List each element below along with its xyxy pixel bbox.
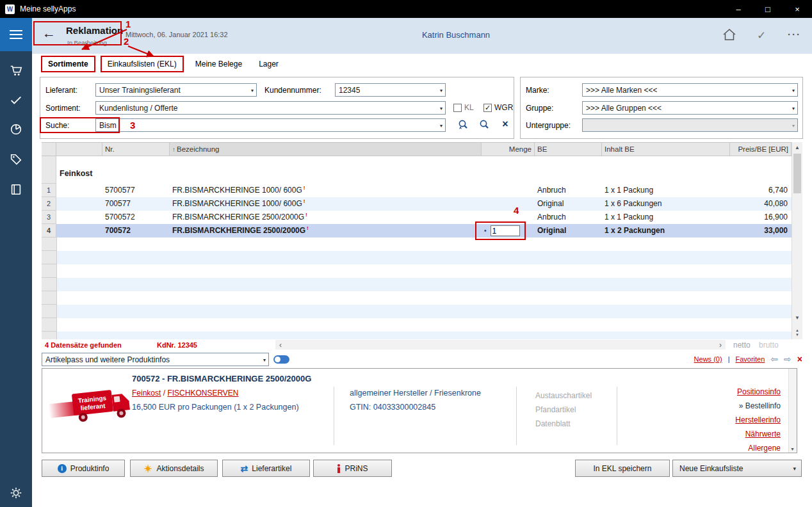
productinfo-select[interactable]: Artikelpass und weitere Produktinfos ▾ <box>42 353 269 366</box>
back-button[interactable]: ← <box>42 26 56 41</box>
category-separator: / <box>161 389 167 398</box>
kundennummer-select[interactable]: 12345 ▾ <box>335 83 446 97</box>
checkbox-unchecked-icon <box>453 104 462 112</box>
col-be[interactable]: BE <box>535 143 602 156</box>
sidebar-item-cart[interactable] <box>0 60 32 81</box>
close-panel-icon[interactable]: × <box>797 354 802 364</box>
article-flag-icon: ! <box>307 225 309 231</box>
col-bezeichnung[interactable]: ↑Bezeichnung <box>170 143 482 156</box>
marke-select[interactable]: >>> Alle Marken <<< ▾ <box>582 83 798 97</box>
col-nr[interactable]: Nr. <box>102 143 170 156</box>
scrollbar-thumb[interactable] <box>793 154 801 193</box>
gruppe-select[interactable]: >>> Alle Gruppen <<< ▾ <box>582 101 798 115</box>
cell-inhalt: 1 x 6 Packungen <box>602 197 730 211</box>
category-link[interactable]: Feinkost <box>132 389 161 398</box>
records-found: 4 Datensätze gefunden <box>45 341 122 349</box>
cell-inhalt: 1 x 2 Packungen <box>602 224 730 237</box>
marke-value: >>> Alle Marken <<< <box>583 86 657 95</box>
cell-inhalt: 1 x 1 Packung <box>602 184 730 197</box>
gtin: GTIN: 04033300002845 <box>350 403 481 412</box>
lieferartikel-label: Lieferartikel <box>252 464 291 473</box>
nav-prev-icon[interactable]: ⇦ <box>770 354 778 364</box>
search-results-icon[interactable] <box>457 118 469 131</box>
product-scrollbar[interactable]: ▼ <box>788 369 797 453</box>
herstellerinfo-link[interactable]: Herstellerinfo <box>735 413 781 427</box>
menge-input[interactable] <box>491 225 520 236</box>
neue-einkaufsliste-button[interactable]: Neue Einkaufsliste ▾ <box>672 460 802 477</box>
nav-next-icon[interactable]: ⇨ <box>784 354 792 364</box>
bestellinfo-link[interactable]: » Bestellinfo <box>735 399 781 413</box>
prins-label: PRiNS <box>345 464 368 473</box>
tab-sortimente[interactable]: Sortimente <box>41 56 95 72</box>
menu-button[interactable] <box>0 18 32 51</box>
home-icon[interactable] <box>722 28 736 43</box>
favoriten-link[interactable]: Favoriten <box>735 355 765 363</box>
news-link[interactable]: News (0) <box>694 355 722 363</box>
vertical-scrollbar[interactable]: ▲ ▼ ▲▼ <box>792 142 802 339</box>
positionsinfo-link[interactable]: Positionsinfo <box>735 385 781 399</box>
productinfo-select-value: Artikelpass und weitere Produktinfos <box>42 355 170 364</box>
search-field[interactable]: ▾ <box>95 118 446 132</box>
horizontal-scrollbar[interactable]: ‹ › <box>275 340 726 350</box>
more-menu-icon[interactable]: ··· <box>788 29 801 40</box>
table-row[interactable]: 1 5700577 FR.BISMARCKHERINGE 1000/ 600G!… <box>42 184 792 197</box>
kl-checkbox[interactable]: KL <box>453 102 474 113</box>
scroll-down-icon[interactable]: ▼ <box>792 312 802 323</box>
table-row[interactable]: 2 700577 FR.BISMARCKHERINGE 1000/ 600G! … <box>42 197 792 211</box>
neue-ekl-label: Neue Einkaufsliste <box>679 464 743 473</box>
scroll-left-icon[interactable]: ‹ <box>275 340 286 350</box>
scroll-right-icon[interactable]: › <box>715 340 726 350</box>
search-icon[interactable] <box>478 118 491 131</box>
confirm-check-icon[interactable]: ✓ <box>757 29 766 42</box>
wgr-checkbox[interactable]: ✓ WGR <box>483 102 513 113</box>
tab-meine-belege[interactable]: Meine Belege <box>195 60 242 68</box>
gear-icon <box>9 486 23 500</box>
scroll-up-icon[interactable]: ▲ <box>792 142 802 153</box>
product-category-block: Feinkost / FISCHKONSERVEN 16,500 EUR pro… <box>132 389 299 412</box>
tab-einkaufslisten[interactable]: Einkaufslisten (EKL) <box>101 56 184 72</box>
clear-search-icon[interactable]: × <box>499 118 512 131</box>
app-icon-letter: W <box>7 6 13 13</box>
productinfo-toggle[interactable] <box>273 355 289 364</box>
product-links: Positionsinfo » Bestellinfo Herstellerin… <box>735 385 781 455</box>
close-button[interactable]: × <box>783 0 812 18</box>
sortiment-select[interactable]: Kundenlistung / Offerte ▾ <box>95 101 446 115</box>
row-number: 1 <box>42 184 56 197</box>
lieferant-select[interactable]: Unser Trainingslieferant ▾ <box>95 83 257 97</box>
subcategory-link[interactable]: FISCHKONSERVEN <box>167 389 238 398</box>
kundennummer-label: Kundennummer: <box>264 86 321 95</box>
minimize-button[interactable]: – <box>724 0 753 18</box>
sidebar-item-settings[interactable] <box>0 483 32 503</box>
sidebar-item-statistics[interactable] <box>0 119 32 140</box>
chevron-down-icon: ▾ <box>793 465 796 472</box>
group-label: Feinkost <box>60 169 92 178</box>
tab-lager[interactable]: Lager <box>259 60 279 68</box>
col-preis[interactable]: Preis/BE [EUR] <box>730 143 792 156</box>
sidebar-item-tasks[interactable] <box>0 90 32 110</box>
chevron-down-icon: ▾ <box>792 87 795 93</box>
cell-menge: • <box>482 224 535 237</box>
in-ekl-speichern-button[interactable]: In EKL speichern <box>575 460 670 477</box>
table-row[interactable]: 3 5700572 FR.BISMARCKHERINGE 2500/2000G!… <box>42 211 792 224</box>
maximize-button[interactable]: □ <box>753 0 783 18</box>
sidebar-item-catalog[interactable] <box>0 179 32 200</box>
col-inhalt[interactable]: Inhalt BE <box>602 143 730 156</box>
gutter-cell <box>42 156 56 184</box>
col-blank <box>56 143 102 156</box>
lieferartikel-button[interactable]: ⇄ Lieferartikel <box>222 460 310 477</box>
produktinfo-button[interactable]: i Produktinfo <box>42 460 125 477</box>
app-icon: W <box>5 4 15 14</box>
prins-button[interactable]: PRiNS <box>313 460 392 477</box>
sidebar-item-prices[interactable] <box>0 149 32 170</box>
col-menge[interactable]: Menge <box>482 143 535 156</box>
row-number: 4 <box>42 224 56 237</box>
scroll-jump-icon[interactable]: ▲▼ <box>792 326 802 339</box>
netto-toggle[interactable]: netto <box>733 341 751 350</box>
table-row-selected[interactable]: 4 700572 FR.BISMARCKHERINGE 2500/2000G! … <box>42 224 792 237</box>
filter-panel-right: Marke: >>> Alle Marken <<< ▾ Gruppe: >>>… <box>520 77 803 139</box>
allergene-link[interactable]: Allergene <box>735 441 781 455</box>
brutto-toggle[interactable]: brutto <box>759 341 779 350</box>
aktionsdetails-button[interactable]: Aktionsdetails <box>130 460 218 477</box>
naehrwerte-link[interactable]: Nährwerte <box>735 427 781 441</box>
search-input[interactable] <box>96 120 445 131</box>
